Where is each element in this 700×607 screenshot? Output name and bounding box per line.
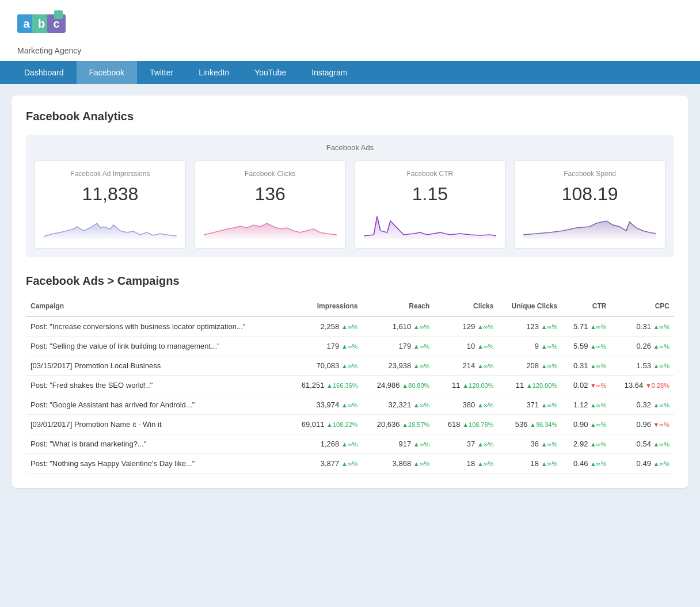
table-cell: 208 ▲∞% (498, 356, 562, 376)
table-cell: 18 ▲∞% (498, 454, 562, 474)
table-cell: 214 ▲∞% (434, 356, 498, 376)
table-cell: 0.90 ▲∞% (562, 415, 611, 434)
col-unique-clicks: Unique Clicks (498, 296, 562, 316)
table-cell: 0.49 ▲∞% (611, 454, 675, 474)
table-row: Post: "Nothing says Happy Valentine's Da… (26, 454, 674, 474)
table-cell-campaign: Post: "Google Assistant has arrived for … (26, 395, 286, 415)
main-content: Facebook Analytics Facebook Ads Facebook… (12, 96, 688, 488)
tab-linkedin[interactable]: LinkedIn (186, 61, 242, 84)
table-cell: 0.32 ▲∞% (611, 395, 675, 415)
table-cell: 0.31 ▲∞% (611, 316, 675, 337)
table-header-row: Campaign Impressions Reach Clicks Unique… (26, 296, 674, 316)
main-panel: Facebook Analytics Facebook Ads Facebook… (12, 96, 688, 488)
metric-impressions: Facebook Ad Impressions 11,838 (35, 161, 186, 249)
tab-facebook[interactable]: Facebook (77, 61, 137, 84)
table-cell: 37 ▲∞% (434, 434, 498, 454)
table-cell: 0.02 ▼∞% (562, 376, 611, 395)
metric-ctr-chart (364, 211, 497, 239)
table-cell: 69,011 ▲108.22% (286, 415, 362, 434)
table-cell-campaign: [03/01/2017] Promotion Name it - Win it (26, 415, 286, 434)
metric-impressions-label: Facebook Ad Impressions (44, 170, 177, 178)
logo-accent (54, 10, 63, 19)
campaigns-title: Facebook Ads > Campaigns (26, 274, 674, 288)
metric-spend-label: Facebook Spend (523, 170, 656, 178)
table-cell: 0.96 ▼∞% (611, 415, 675, 434)
table-cell: 0.54 ▲∞% (611, 434, 675, 454)
metric-impressions-chart (44, 211, 177, 239)
tab-youtube[interactable]: YouTube (242, 61, 299, 84)
table-cell: 23,938 ▲∞% (362, 356, 434, 376)
table-cell: 20,636 ▲28.57% (362, 415, 434, 434)
table-cell: 24,986 ▲80.80% (362, 376, 434, 395)
table-cell: 11 ▲120.00% (434, 376, 498, 395)
table-cell: 61,251 ▲166.36% (286, 376, 362, 395)
metric-ctr: Facebook CTR 1.15 (355, 161, 506, 249)
header: a b c Marketing Agency (0, 0, 700, 61)
col-reach: Reach (362, 296, 434, 316)
table-cell: 2,258 ▲∞% (286, 316, 362, 337)
table-cell: 179 ▲∞% (286, 337, 362, 356)
metric-clicks-label: Facebook Clicks (204, 170, 337, 178)
col-cpc: CPC (611, 296, 675, 316)
table-cell: 917 ▲∞% (362, 434, 434, 454)
table-row: Post: "Selling the value of link buildin… (26, 337, 674, 356)
logo-container: a b c Marketing Agency (17, 9, 81, 55)
table-cell: 123 ▲∞% (498, 316, 562, 337)
metric-clicks-chart (204, 211, 337, 239)
table-cell: 1,268 ▲∞% (286, 434, 362, 454)
table-cell-campaign: Post: "What is brand marketing?..." (26, 434, 286, 454)
table-cell: 18 ▲∞% (434, 454, 498, 474)
table-row: Post: "Increase conversions with busines… (26, 316, 674, 337)
table-row: Post: "Fred shakes the SEO world!.." 61,… (26, 376, 674, 395)
table-cell: 10 ▲∞% (434, 337, 498, 356)
table-cell: 3,877 ▲∞% (286, 454, 362, 474)
table-cell: 536 ▲96.34% (498, 415, 562, 434)
table-row: [03/01/2017] Promotion Name it - Win it … (26, 415, 674, 434)
col-campaign: Campaign (26, 296, 286, 316)
table-row: Post: "What is brand marketing?..." 1,26… (26, 434, 674, 454)
col-ctr: CTR (562, 296, 611, 316)
table-cell: 5.59 ▲∞% (562, 337, 611, 356)
ads-section: Facebook Ads Facebook Ad Impressions 11,… (26, 135, 674, 257)
table-cell: 1,610 ▲∞% (362, 316, 434, 337)
table-cell: 33,974 ▲∞% (286, 395, 362, 415)
table-cell: 0.46 ▲∞% (562, 454, 611, 474)
metric-clicks: Facebook Clicks 136 (195, 161, 346, 249)
table-cell: 129 ▲∞% (434, 316, 498, 337)
metric-impressions-value: 11,838 (44, 184, 177, 205)
table-cell: 70,083 ▲∞% (286, 356, 362, 376)
table-cell: 179 ▲∞% (362, 337, 434, 356)
logo: a b c (17, 9, 69, 46)
metric-ctr-value: 1.15 (364, 184, 497, 205)
svg-marker-3 (523, 221, 656, 239)
table-cell: 3,868 ▲∞% (362, 454, 434, 474)
tab-dashboard[interactable]: Dashboard (12, 61, 77, 84)
metric-spend: Facebook Spend 108.19 (514, 161, 665, 249)
table-cell: 380 ▲∞% (434, 395, 498, 415)
table-cell: 618 ▲108.78% (434, 415, 498, 434)
col-clicks: Clicks (434, 296, 498, 316)
table-cell: 0.26 ▲∞% (611, 337, 675, 356)
table-cell: 11 ▲120.00% (498, 376, 562, 395)
table-cell: 371 ▲∞% (498, 395, 562, 415)
tab-instagram[interactable]: Instagram (299, 61, 360, 84)
table-row: Post: "Google Assistant has arrived for … (26, 395, 674, 415)
table-cell-campaign: Post: "Increase conversions with busines… (26, 316, 286, 337)
col-impressions: Impressions (286, 296, 362, 316)
table-cell: 1.12 ▲∞% (562, 395, 611, 415)
table-cell-campaign: [03/15/2017] Promotion Local Business (26, 356, 286, 376)
svg-marker-2 (364, 216, 497, 239)
table-row: [03/15/2017] Promotion Local Business 70… (26, 356, 674, 376)
table-cell: 9 ▲∞% (498, 337, 562, 356)
table-cell: 0.31 ▲∞% (562, 356, 611, 376)
metric-ctr-label: Facebook CTR (364, 170, 497, 178)
table-cell: 5.71 ▲∞% (562, 316, 611, 337)
table-cell: 13.64 ▼0.28% (611, 376, 675, 395)
metric-spend-value: 108.19 (523, 184, 656, 205)
ads-section-title: Facebook Ads (35, 143, 665, 152)
table-cell: 32,321 ▲∞% (362, 395, 434, 415)
tab-twitter[interactable]: Twitter (137, 61, 186, 84)
table-cell-campaign: Post: "Nothing says Happy Valentine's Da… (26, 454, 286, 474)
table-cell: 2.92 ▲∞% (562, 434, 611, 454)
table-cell: 36 ▲∞% (498, 434, 562, 454)
